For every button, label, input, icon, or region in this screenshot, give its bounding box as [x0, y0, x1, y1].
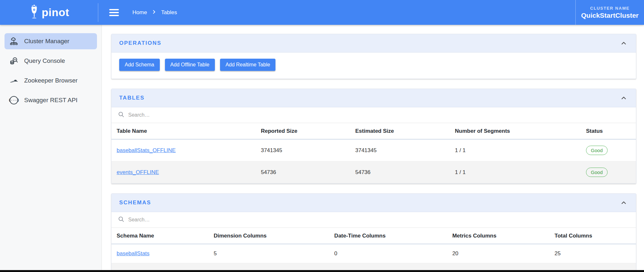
tables-header: TABLES [111, 89, 636, 107]
pinot-logo[interactable]: pinot [0, 0, 98, 25]
sidebar-item-query-console[interactable]: Query Console [5, 53, 97, 69]
zookeeper-hat-icon [9, 76, 19, 85]
reported-size-cell: 54736 [256, 161, 350, 183]
cluster-name-label: CLUSTER NAME [580, 6, 639, 11]
table-row: events_OFFLINE 54736 54736 1 / 1 Good [111, 161, 636, 183]
column-header: Estimated Size [350, 123, 450, 139]
bottom-edge-bar [0, 270, 644, 272]
logo-text: pinot [42, 6, 69, 19]
status-badge: Good [586, 168, 608, 177]
operations-card: OPERATIONS Add Schema Add Offline Table … [111, 34, 636, 79]
tables-header-row: Table Name Reported Size Estimated Size … [111, 123, 636, 139]
dimension-columns-cell: 3 [208, 263, 329, 270]
query-database-search-icon [9, 56, 19, 66]
swagger-braces-icon: {···} [9, 95, 19, 105]
column-header: Schema Name [111, 228, 208, 244]
segments-cell: 1 / 1 [450, 139, 581, 161]
chevron-right-icon [151, 9, 157, 16]
breadcrumb-tables[interactable]: Tables [161, 9, 177, 16]
schemas-header-row: Schema Name Dimension Columns Date-Time … [111, 228, 636, 244]
main-content: OPERATIONS Add Schema Add Offline Table … [102, 25, 644, 270]
metrics-columns-cell: 20 [447, 244, 549, 263]
cluster-info: CLUSTER NAME QuickStartCluster [576, 3, 644, 23]
schema-link-baseballStats[interactable]: baseballStats [117, 250, 149, 257]
sidebar-item-swagger-rest-api[interactable]: {···} Swagger REST API [5, 92, 97, 108]
column-header: Date-Time Columns [329, 228, 447, 244]
table-row: baseballStats_OFFLINE 3741345 3741345 1 … [111, 139, 636, 161]
schemas-header: SCHEMAS [111, 194, 636, 212]
top-bar: pinot Home Tables CLUSTER NAME QuickStar… [0, 0, 644, 25]
menu-hamburger-icon[interactable] [109, 9, 119, 16]
cluster-name-value: QuickStartCluster [580, 12, 639, 19]
estimated-size-cell: 54736 [350, 161, 450, 183]
table-link-baseballStats-OFFLINE[interactable]: baseballStats_OFFLINE [117, 147, 176, 153]
tables-card: TABLES Table Name Reported Size Estimate [111, 89, 636, 184]
breadcrumb-home[interactable]: Home [132, 9, 147, 16]
operations-header: OPERATIONS [111, 34, 636, 53]
collapse-chevron-icon[interactable] [619, 93, 628, 102]
segments-cell: 1 / 1 [450, 161, 581, 183]
header-divider [98, 3, 98, 22]
column-header: Status [581, 123, 636, 139]
collapse-chevron-icon[interactable] [619, 198, 628, 207]
sidebar-item-label: Swagger REST API [24, 97, 77, 104]
add-schema-button[interactable]: Add Schema [119, 59, 160, 71]
collapse-chevron-icon[interactable] [619, 39, 628, 48]
search-icon [118, 111, 125, 119]
table-link-events-OFFLINE[interactable]: events_OFFLINE [117, 169, 159, 175]
schema-row: baseballStats 5 0 20 25 [111, 244, 636, 263]
dimension-columns-cell: 5 [208, 244, 329, 263]
operations-title: OPERATIONS [119, 40, 161, 46]
schemas-search-input[interactable] [128, 217, 630, 223]
cluster-hierarchy-icon [9, 36, 19, 46]
add-offline-table-button[interactable]: Add Offline Table [165, 59, 215, 71]
column-header: Table Name [111, 123, 256, 139]
schema-row: events 3 1 0 4 [111, 263, 636, 270]
total-columns-cell: 25 [549, 244, 636, 263]
schemas-search-row [111, 212, 636, 228]
tables-title: TABLES [119, 95, 145, 101]
wine-glass-icon [29, 5, 40, 21]
datetime-columns-cell: 1 [329, 263, 447, 270]
datetime-columns-cell: 0 [329, 244, 447, 263]
column-header: Metrics Columns [447, 228, 549, 244]
reported-size-cell: 3741345 [256, 139, 350, 161]
column-header: Reported Size [256, 123, 350, 139]
operations-body: Add Schema Add Offline Table Add Realtim… [111, 53, 636, 79]
sidebar-item-cluster-manager[interactable]: Cluster Manager [5, 33, 97, 49]
search-icon [118, 216, 125, 224]
schemas-card: SCHEMAS Schema Name Dimension Columns Da [111, 193, 636, 270]
sidebar-item-zookeeper-browser[interactable]: Zookeeper Browser [5, 73, 97, 89]
sidebar-item-label: Query Console [24, 57, 65, 64]
sidebar-item-label: Cluster Manager [24, 38, 69, 45]
tables-search-input[interactable] [128, 112, 630, 118]
breadcrumb: Home Tables [132, 9, 177, 16]
sidebar: Cluster Manager Query Console [0, 25, 102, 270]
tables-table: Table Name Reported Size Estimated Size … [111, 123, 636, 183]
total-columns-cell: 4 [549, 263, 636, 270]
estimated-size-cell: 3741345 [350, 139, 450, 161]
column-header: Total Columns [549, 228, 636, 244]
add-realtime-table-button[interactable]: Add Realtime Table [220, 59, 275, 71]
schemas-table: Schema Name Dimension Columns Date-Time … [111, 228, 636, 270]
column-header: Dimension Columns [208, 228, 329, 244]
sidebar-item-label: Zookeeper Browser [24, 77, 78, 84]
metrics-columns-cell: 0 [447, 263, 549, 270]
column-header: Number of Segments [450, 123, 581, 139]
status-badge: Good [586, 146, 608, 155]
tables-search-row [111, 107, 636, 123]
schemas-title: SCHEMAS [119, 199, 151, 206]
